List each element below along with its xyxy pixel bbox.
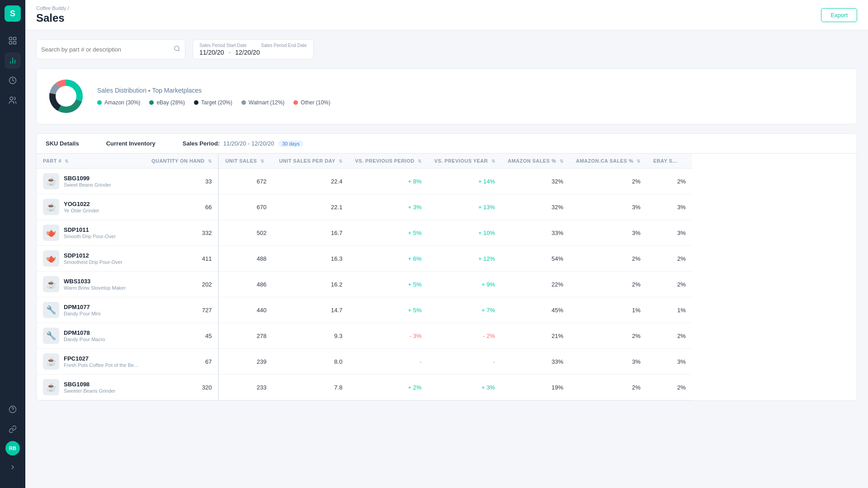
th-qty[interactable]: QUANTITY ON HAND ⇅ xyxy=(145,154,218,169)
ebay-cell-6: 2% xyxy=(647,323,692,349)
walmart-dot xyxy=(241,100,246,105)
legend-items: Amazon (30%) eBay (28%) Target (20%) Wal… xyxy=(97,99,330,106)
sku-info-5: DPM1077 Dandy Pour Mini xyxy=(64,304,100,316)
vs-year-cell-7: - xyxy=(428,349,502,375)
sku-id-2: SDP1011 xyxy=(64,226,116,233)
sku-cell-6: 🔧 DPM1078 Dandy Pour Macro xyxy=(37,323,145,349)
sku-id-7: FPC1027 xyxy=(64,355,138,362)
unit-sales-cell-8: 233 xyxy=(218,375,273,400)
th-upd[interactable]: UNIT SALES PER DAY ⇅ xyxy=(273,154,349,169)
date-range-picker[interactable]: Sales Period Start Date Sales Period End… xyxy=(193,39,314,59)
th-vs-year[interactable]: VS. PREVIOUS YEAR ⇅ xyxy=(428,154,502,169)
sort-part-icon: ⇅ xyxy=(65,159,68,164)
table-row[interactable]: ☕ SBG1098 Sweeter Beans Grinder 320 233 … xyxy=(37,375,692,400)
table-row[interactable]: ☕ YOG1022 Ye Olde Grinder 66 670 22.1 + … xyxy=(37,194,692,220)
upd-cell-7: 8.0 xyxy=(273,349,349,375)
amz-cell-5: 45% xyxy=(501,297,570,323)
sku-image-8: ☕ xyxy=(43,379,59,395)
avatar[interactable]: RB xyxy=(5,441,20,455)
svg-rect-1 xyxy=(14,38,16,40)
target-dot xyxy=(194,100,198,105)
unit-sales-cell-4: 486 xyxy=(218,272,273,297)
sku-image-5: 🔧 xyxy=(43,302,59,318)
sidebar-item-dashboard[interactable] xyxy=(5,33,21,49)
amz-cell-1: 32% xyxy=(501,194,570,220)
vs-prev-cell-7: - xyxy=(349,349,428,375)
sku-name-5: Dandy Pour Mini xyxy=(64,311,100,316)
vs-year-cell-8: + 3% xyxy=(428,375,502,400)
vs-prev-cell-3: + 6% xyxy=(349,246,428,272)
upd-cell-4: 16.2 xyxy=(273,272,349,297)
vs-year-cell-3: + 12% xyxy=(428,246,502,272)
vs-year-cell-6: - 2% xyxy=(428,323,502,349)
header: Coffee Buddy / Sales Export xyxy=(25,0,868,30)
amz-cell-4: 22% xyxy=(501,272,570,297)
help-icon[interactable] xyxy=(5,401,21,418)
end-date-value: 12/20/20 xyxy=(235,49,260,56)
svg-point-8 xyxy=(10,97,13,100)
th-unit-sales[interactable]: UNIT SALES ⇅ xyxy=(218,154,273,169)
sku-info-4: WBS1033 Warm Brew Stovetop Maker xyxy=(64,278,126,291)
unit-sales-cell-1: 670 xyxy=(218,194,273,220)
ebay-dot xyxy=(149,100,154,105)
amz-cell-6: 21% xyxy=(501,323,570,349)
table-row[interactable]: 🫖 SDP1012 Smoothest Drip Pour-Over 411 4… xyxy=(37,246,692,272)
table-row[interactable]: 🔧 DPM1077 Dandy Pour Mini 727 440 14.7 +… xyxy=(37,297,692,323)
amz-cell-7: 33% xyxy=(501,349,570,375)
walmart-label: Walmart (12%) xyxy=(249,99,285,106)
th-part[interactable]: PART # ⇅ xyxy=(37,154,145,169)
header-left: Coffee Buddy / Sales xyxy=(36,5,69,24)
ebay-cell-7: 3% xyxy=(647,349,692,375)
link-icon[interactable] xyxy=(5,421,21,437)
search-box[interactable] xyxy=(36,39,185,59)
sort-amzca-icon: ⇅ xyxy=(637,159,640,164)
upd-cell-0: 22.4 xyxy=(273,169,349,194)
sku-info-2: SDP1011 Smooth Drip Pour-Over xyxy=(64,226,116,239)
distribution-card: Sales Distribution - Top Marketplaces Am… xyxy=(36,68,857,124)
qty-cell-8: 320 xyxy=(145,375,218,400)
export-button[interactable]: Export xyxy=(821,8,857,22)
sku-name-3: Smoothest Drip Pour-Over xyxy=(64,259,123,265)
sku-cell-1: ☕ YOG1022 Ye Olde Grinder xyxy=(37,194,145,220)
content-area: Sales Period Start Date Sales Period End… xyxy=(25,30,868,488)
sidebar-item-people[interactable] xyxy=(5,92,21,108)
svg-point-19 xyxy=(56,86,76,106)
th-amzca[interactable]: AMAZON.CA SALES % ⇅ xyxy=(570,154,647,169)
amzca-cell-6: 2% xyxy=(570,323,647,349)
sku-cell-5: 🔧 DPM1077 Dandy Pour Mini xyxy=(37,297,145,323)
svg-rect-0 xyxy=(9,38,12,40)
toolbar: Sales Period Start Date Sales Period End… xyxy=(36,39,857,59)
sidebar-item-sales[interactable] xyxy=(5,72,21,89)
table-row[interactable]: 🔧 DPM1078 Dandy Pour Macro 45 278 9.3 - … xyxy=(37,323,692,349)
sku-id-0: SBG1099 xyxy=(64,175,111,182)
sku-info-8: SBG1098 Sweeter Beans Grinder xyxy=(64,381,115,394)
th-vs-prev[interactable]: VS. PREVIOUS PERIOD ⇅ xyxy=(349,154,428,169)
ebay-cell-1: 3% xyxy=(647,194,692,220)
ebay-cell-8: 2% xyxy=(647,375,692,400)
breadcrumb: Coffee Buddy / xyxy=(36,5,69,11)
amz-cell-8: 19% xyxy=(501,375,570,400)
sidebar-item-charts[interactable] xyxy=(5,52,21,69)
table-row[interactable]: ☕ FPC1027 Fresh Pots Coffee Pot of the B… xyxy=(37,349,692,375)
search-input[interactable] xyxy=(41,46,174,53)
th-ebay[interactable]: EBAY S... xyxy=(647,154,692,169)
amzca-cell-7: 3% xyxy=(570,349,647,375)
sku-cell-0: ☕ SBG1099 Sweet Beans Grinder xyxy=(37,169,145,194)
th-amz[interactable]: AMAZON SALES % ⇅ xyxy=(501,154,570,169)
vs-year-cell-0: + 14% xyxy=(428,169,502,194)
sku-info-1: YOG1022 Ye Olde Grinder xyxy=(64,201,99,213)
sort-unit-sales-icon: ⇅ xyxy=(260,159,264,164)
sku-header: SKU Details xyxy=(46,140,79,147)
vs-prev-cell-8: + 2% xyxy=(349,375,428,400)
app-logo[interactable]: S xyxy=(5,5,21,22)
table-row[interactable]: ☕ WBS1033 Warm Brew Stovetop Maker 202 4… xyxy=(37,272,692,297)
date-separator: - xyxy=(229,49,231,56)
expand-icon[interactable] xyxy=(5,459,21,475)
distribution-legend: Sales Distribution - Top Marketplaces Am… xyxy=(97,87,330,106)
sku-id-6: DPM1078 xyxy=(64,329,105,336)
sidebar: S xyxy=(0,0,25,488)
table-row[interactable]: 🫖 SDP1011 Smooth Drip Pour-Over 332 502 … xyxy=(37,220,692,246)
vs-year-cell-4: + 9% xyxy=(428,272,502,297)
amzca-cell-2: 3% xyxy=(570,220,647,246)
table-row[interactable]: ☕ SBG1099 Sweet Beans Grinder 33 672 22.… xyxy=(37,169,692,194)
